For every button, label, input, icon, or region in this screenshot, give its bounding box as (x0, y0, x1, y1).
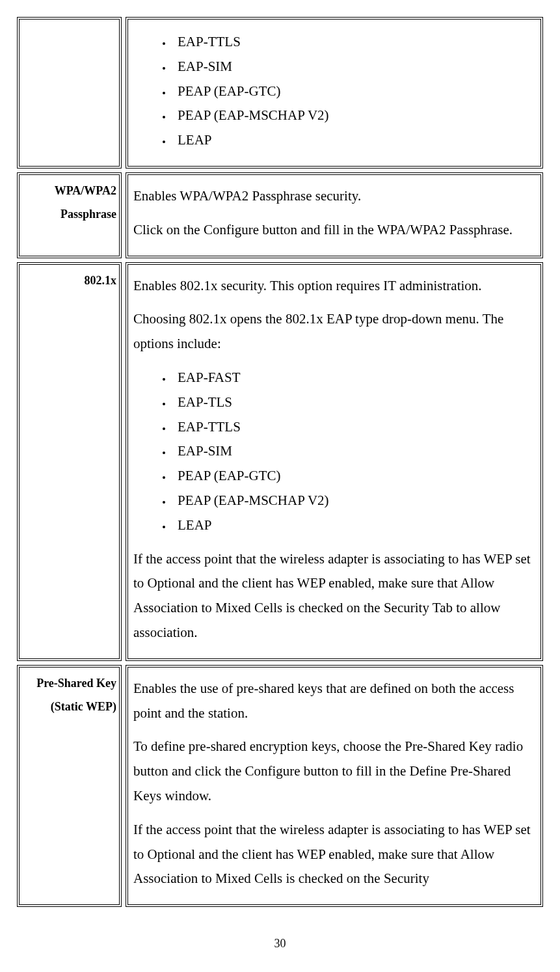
list-item: EAP-TTLS (172, 30, 535, 55)
list-item: LEAP (172, 513, 535, 538)
row-label: Pre-Shared Key (Static WEP) (17, 665, 122, 907)
paragraph: Click on the Configure button and fill i… (133, 218, 535, 243)
row-content: Enables WPA/WPA2 Passphrase security.Cli… (126, 172, 543, 258)
list-item: PEAP (EAP-MSCHAP V2) (172, 489, 535, 513)
paragraph: If the access point that the wireless ad… (133, 818, 535, 891)
row-label: 802.1x (17, 262, 122, 661)
row-label: WPA/WPA2 Passphrase (17, 172, 122, 258)
bullet-list: EAP-TTLSEAP-SIMPEAP (EAP-GTC)PEAP (EAP-M… (133, 30, 535, 153)
list-item: PEAP (EAP-GTC) (172, 464, 535, 489)
definitions-table: EAP-TTLSEAP-SIMPEAP (EAP-GTC)PEAP (EAP-M… (13, 13, 547, 911)
row-content: Enables the use of pre-shared keys that … (126, 665, 543, 907)
table-row: Pre-Shared Key (Static WEP)Enables the u… (17, 665, 543, 907)
paragraph: Enables the use of pre-shared keys that … (133, 677, 535, 726)
table-row: EAP-TTLSEAP-SIMPEAP (EAP-GTC)PEAP (EAP-M… (17, 17, 543, 169)
page-number: 30 (13, 937, 547, 951)
list-item: EAP-FAST (172, 366, 535, 390)
list-item: PEAP (EAP-MSCHAP V2) (172, 103, 535, 128)
paragraph: If the access point that the wireless ad… (133, 547, 535, 645)
bullet-list: EAP-FASTEAP-TLSEAP-TTLSEAP-SIMPEAP (EAP-… (133, 366, 535, 538)
table-row: WPA/WPA2 PassphraseEnables WPA/WPA2 Pass… (17, 172, 543, 258)
table-row: 802.1xEnables 802.1x security. This opti… (17, 262, 543, 661)
paragraph: Choosing 802.1x opens the 802.1x EAP typ… (133, 307, 535, 357)
list-item: EAP-TLS (172, 390, 535, 415)
paragraph: Enables 802.1x security. This option req… (133, 274, 535, 299)
list-item: EAP-TTLS (172, 415, 535, 440)
paragraph: To define pre-shared encryption keys, ch… (133, 735, 535, 808)
list-item: PEAP (EAP-GTC) (172, 79, 535, 104)
row-content: Enables 802.1x security. This option req… (126, 262, 543, 661)
paragraph: Enables WPA/WPA2 Passphrase security. (133, 184, 535, 209)
table-body: EAP-TTLSEAP-SIMPEAP (EAP-GTC)PEAP (EAP-M… (17, 17, 543, 907)
list-item: EAP-SIM (172, 439, 535, 464)
list-item: EAP-SIM (172, 55, 535, 79)
row-content: EAP-TTLSEAP-SIMPEAP (EAP-GTC)PEAP (EAP-M… (126, 17, 543, 169)
list-item: LEAP (172, 128, 535, 153)
row-label (17, 17, 122, 169)
